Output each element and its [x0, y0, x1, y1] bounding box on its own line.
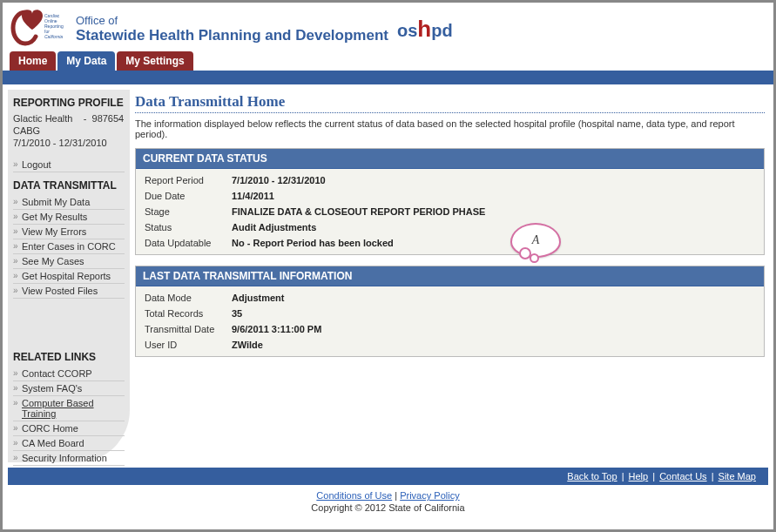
tab-my-data[interactable]: My Data [57, 51, 115, 71]
page-title: Data Transmittal Home [135, 93, 765, 113]
value-due-date: 11/4/2011 [232, 191, 274, 201]
value-report-period: 7/1/2010 - 12/31/2010 [232, 175, 326, 185]
row-status: Status Audit Adjustments [136, 219, 764, 235]
profile-period: 7/1/2010 - 12/31/2010 [13, 137, 125, 149]
value-user-id: ZWilde [232, 340, 263, 350]
related-links-heading: RELATED LINKS [13, 351, 125, 363]
office-name: Statewide Health Planning and Developmen… [76, 27, 388, 44]
reporting-profile-heading: REPORTING PROFILE [13, 97, 125, 109]
last-data-transmittal-panel: LAST DATA TRANSMITTAL INFORMATION Data M… [135, 266, 765, 357]
label-transmittal-date: Transmittal Date [145, 324, 232, 334]
row-data-mode: Data Mode Adjustment [136, 290, 764, 306]
row-user-id: User ID ZWilde [136, 337, 764, 353]
sidebar-item-view-posted-files[interactable]: View Posted Files [13, 284, 125, 299]
row-due-date: Due Date 11/4/2011 [136, 188, 764, 204]
footer-link-site-map[interactable]: Site Map [719, 471, 756, 481]
label-due-date: Due Date [145, 191, 232, 201]
oshpd-logo: oshpd [397, 16, 453, 43]
profile-org: Glactic Health [13, 113, 72, 124]
footer-link-contact-us[interactable]: Contact Us [659, 471, 706, 481]
footer-link-conditions[interactable]: Conditions of Use [316, 490, 392, 501]
sidebar: REPORTING PROFILE Glactic Health - 98765… [8, 90, 130, 462]
value-stage: FINALIZE DATA & CLOSEOUT REPORT PERIOD P… [232, 206, 485, 217]
row-stage: Stage FINALIZE DATA & CLOSEOUT REPORT PE… [136, 204, 764, 219]
row-data-updatable: Data Updatable No - Report Period has be… [136, 235, 764, 251]
related-links-list: Contact CCORP System FAQ's Computer Base… [13, 367, 125, 466]
value-status: Audit Adjustments [232, 222, 316, 232]
footer-bluebar: Back to Top | Help | Contact Us | Site M… [8, 468, 768, 485]
row-total-records: Total Records 35 [136, 306, 764, 321]
profile-type: CABG [13, 125, 125, 137]
value-total-records: 35 [232, 308, 242, 319]
label-total-records: Total Records [145, 308, 232, 319]
sidebar-item-ca-med-board[interactable]: CA Med Board [13, 436, 125, 451]
app-header: Cardiac Online Reporting for California … [3, 3, 773, 51]
logout-link[interactable]: Logout [13, 158, 125, 172]
tab-home[interactable]: Home [10, 51, 56, 71]
sidebar-item-corc-home[interactable]: CORC Home [13, 421, 125, 436]
label-stage: Stage [145, 206, 232, 217]
footer-link-back-to-top[interactable]: Back to Top [567, 471, 617, 481]
callout-a: A [510, 223, 561, 258]
nav-tabs: Home My Data My Settings [3, 51, 773, 71]
svg-text:California: California [44, 34, 63, 39]
office-title-block: Office of Statewide Health Planning and … [76, 14, 388, 44]
value-transmittal-date: 9/6/2011 3:11:00 PM [232, 324, 321, 334]
sidebar-item-computer-based-training[interactable]: Computer Based Training [13, 396, 125, 421]
label-data-mode: Data Mode [145, 293, 232, 303]
data-transmittal-heading: DATA TRANSMITTAL [13, 179, 125, 192]
profile-id: 987654 [92, 113, 125, 124]
footer-bottom-links: Conditions of Use | Privacy Policy [3, 490, 773, 501]
sidebar-item-view-my-errors[interactable]: View My Errors [13, 225, 125, 239]
profile-line-1: Glactic Health - 987654 [13, 112, 125, 125]
office-prefix: Office of [76, 14, 388, 27]
current-data-status-header: CURRENT DATA STATUS [136, 149, 764, 169]
sidebar-item-security-information[interactable]: Security Information [13, 451, 125, 466]
current-data-status-panel: CURRENT DATA STATUS Report Period 7/1/20… [135, 148, 765, 255]
value-data-mode: Adjustment [232, 293, 285, 303]
sidebar-item-see-my-cases[interactable]: See My Cases [13, 254, 125, 269]
label-report-period: Report Period [145, 175, 232, 185]
nav-bluebar [3, 71, 773, 84]
row-report-period: Report Period 7/1/2010 - 12/31/2010 [136, 172, 764, 188]
profile-sep: - [84, 113, 87, 124]
main-content: Data Transmittal Home The information di… [135, 90, 768, 462]
sidebar-item-system-faqs[interactable]: System FAQ's [13, 381, 125, 396]
copyright: Copyright © 2012 State of California [3, 502, 773, 513]
label-data-updatable: Data Updatable [145, 238, 232, 248]
sidebar-item-enter-cases[interactable]: Enter Cases in CORC [13, 239, 125, 254]
corc-logo: Cardiac Online Reporting for California [10, 7, 64, 51]
data-transmittal-list: Submit My Data Get My Results View My Er… [13, 195, 125, 299]
sidebar-item-get-my-results[interactable]: Get My Results [13, 210, 125, 225]
intro-text: The information displayed below reflects… [135, 118, 765, 139]
sidebar-item-get-hospital-reports[interactable]: Get Hospital Reports [13, 269, 125, 284]
footer-link-privacy[interactable]: Privacy Policy [400, 490, 459, 501]
last-data-transmittal-header: LAST DATA TRANSMITTAL INFORMATION [136, 266, 764, 286]
sidebar-item-submit-my-data[interactable]: Submit My Data [13, 195, 125, 210]
label-user-id: User ID [145, 340, 232, 350]
footer-link-help[interactable]: Help [629, 471, 649, 481]
value-data-updatable: No - Report Period has been locked [232, 238, 394, 248]
sidebar-item-contact-ccorp[interactable]: Contact CCORP [13, 367, 125, 381]
tab-my-settings[interactable]: My Settings [117, 51, 192, 71]
row-transmittal-date: Transmittal Date 9/6/2011 3:11:00 PM [136, 321, 764, 337]
label-status: Status [145, 222, 232, 232]
